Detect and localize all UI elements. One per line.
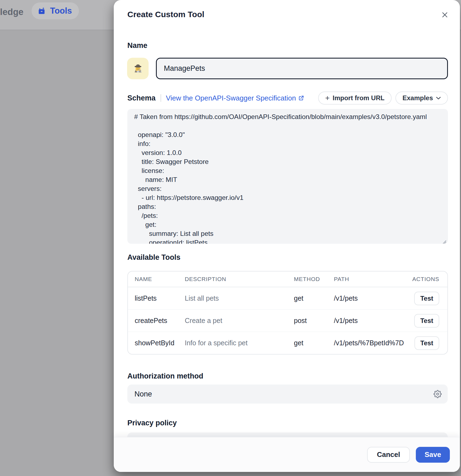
save-button[interactable]: Save: [416, 447, 450, 463]
schema-header-row: Schema View the OpenAPI-Swagger Specific…: [127, 91, 448, 105]
modal-footer: Cancel Save: [114, 437, 460, 472]
tool-path-cell: /v1/pets/%7BpetId%7D: [334, 339, 404, 347]
tool-name-input[interactable]: [156, 58, 448, 79]
column-header-method: METHOD: [294, 276, 334, 282]
examples-dropdown-button[interactable]: Examples: [395, 91, 448, 105]
privacy-policy-heading: Privacy policy: [127, 419, 177, 427]
openapi-spec-link[interactable]: View the OpenAPI-Swagger Specification: [166, 94, 305, 102]
vertical-divider: [161, 94, 161, 102]
tool-path-cell: /v1/pets: [334, 317, 404, 325]
column-header-description: DESCRIPTION: [185, 276, 294, 282]
column-header-name: NAME: [135, 276, 185, 282]
close-button[interactable]: [439, 9, 451, 21]
tool-name-cell: listPets: [135, 294, 185, 302]
chevron-down-icon: [436, 96, 441, 100]
import-from-url-label: Import from URL: [333, 94, 385, 102]
emoji-picker-button[interactable]: [127, 58, 149, 79]
create-custom-tool-modal: Create Custom Tool Name Sch: [114, 0, 460, 472]
schema-code-text: # Taken from https://github.com/OAI/Open…: [134, 112, 442, 244]
modal-title: Create Custom Tool: [127, 10, 204, 19]
tools-table-body: listPetsList all petsget/v1/petsTestcrea…: [128, 287, 447, 354]
detective-emoji-icon: [132, 63, 144, 75]
tool-description-cell: Create a pet: [185, 317, 294, 325]
import-from-url-button[interactable]: + Import from URL: [318, 91, 392, 105]
table-row: createPetsCreate a petpost/v1/petsTest: [128, 310, 447, 332]
tab-tools-label: Tools: [50, 6, 72, 16]
tool-method-cell: get: [294, 339, 334, 347]
tab-knowledge-partial[interactable]: ledge: [0, 7, 23, 17]
toolbox-sparkles-icon: [37, 6, 46, 16]
table-row: showPetByIdInfo for a specific petget/v1…: [128, 332, 447, 354]
actions-cell: Test: [414, 336, 448, 350]
tool-method-cell: get: [294, 294, 334, 302]
resize-handle[interactable]: [442, 238, 447, 242]
tool-description-cell: List all pets: [185, 294, 294, 302]
authorization-method-select[interactable]: None: [127, 385, 448, 404]
name-label: Name: [127, 41, 147, 50]
column-header-path: PATH: [334, 276, 404, 282]
authorization-method-heading: Authorization method: [127, 372, 203, 380]
available-tools-heading: Available Tools: [127, 253, 180, 262]
tool-description-cell: Info for a specific pet: [185, 339, 294, 347]
tab-tools[interactable]: Tools: [32, 2, 79, 19]
tool-name-cell: showPetById: [135, 339, 185, 347]
actions-cell: Test: [414, 314, 447, 328]
tool-name-cell: createPets: [135, 317, 185, 325]
table-header-row: NAME DESCRIPTION METHOD PATH ACTIONS: [128, 271, 447, 287]
schema-label: Schema: [127, 94, 156, 102]
test-button[interactable]: Test: [414, 336, 440, 350]
schema-code-editor[interactable]: # Taken from https://github.com/OAI/Open…: [127, 109, 448, 244]
cancel-button[interactable]: Cancel: [367, 447, 410, 463]
column-header-actions: ACTIONS: [412, 276, 447, 282]
openapi-spec-link-label: View the OpenAPI-Swagger Specification: [166, 94, 296, 102]
table-row: listPetsList all petsget/v1/petsTest: [128, 287, 447, 310]
test-button[interactable]: Test: [414, 292, 439, 305]
tool-method-cell: post: [294, 317, 334, 325]
close-icon: [441, 11, 448, 19]
plus-icon: +: [325, 94, 330, 102]
authorization-method-value: None: [134, 390, 434, 398]
actions-cell: Test: [414, 292, 447, 305]
test-button[interactable]: Test: [414, 314, 439, 328]
examples-label: Examples: [402, 94, 433, 102]
tool-path-cell: /v1/pets: [334, 294, 404, 302]
available-tools-table: NAME DESCRIPTION METHOD PATH ACTIONS lis…: [127, 271, 448, 355]
gear-icon[interactable]: [434, 390, 442, 398]
external-link-icon: [298, 95, 304, 101]
